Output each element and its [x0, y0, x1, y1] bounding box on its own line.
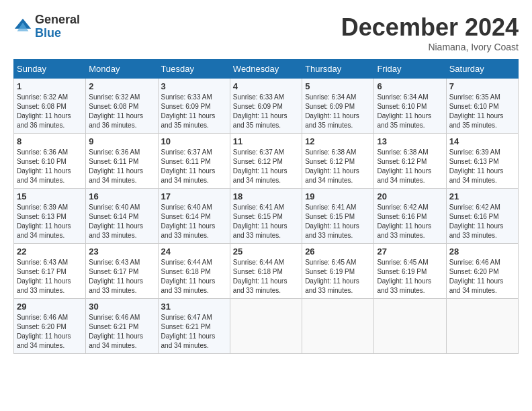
day-info: Sunrise: 6:36 AMSunset: 6:10 PMDaylight:…: [17, 148, 83, 185]
day-info: Sunrise: 6:38 AMSunset: 6:12 PMDaylight:…: [377, 148, 443, 185]
day-number: 3: [161, 81, 227, 91]
page-header: General Blue December 2024 Niamana, Ivor…: [13, 13, 519, 52]
day-number: 17: [161, 191, 227, 201]
day-number: 15: [17, 191, 83, 201]
calendar-week-row: 15Sunrise: 6:39 AMSunset: 6:13 PMDayligh…: [14, 189, 519, 244]
day-number: 1: [17, 81, 83, 91]
calendar-cell: 30Sunrise: 6:46 AMSunset: 6:21 PMDayligh…: [86, 299, 158, 354]
calendar-cell: 20Sunrise: 6:42 AMSunset: 6:16 PMDayligh…: [374, 189, 446, 244]
calendar-cell: 24Sunrise: 6:44 AMSunset: 6:18 PMDayligh…: [158, 244, 230, 299]
day-info: Sunrise: 6:45 AMSunset: 6:19 PMDaylight:…: [377, 258, 443, 295]
calendar-cell: 25Sunrise: 6:44 AMSunset: 6:18 PMDayligh…: [230, 244, 302, 299]
day-info: Sunrise: 6:43 AMSunset: 6:17 PMDaylight:…: [89, 258, 154, 295]
location: Niamana, Ivory Coast: [341, 42, 519, 52]
calendar-cell: 2Sunrise: 6:32 AMSunset: 6:08 PMDaylight…: [86, 79, 158, 134]
calendar-cell: 17Sunrise: 6:40 AMSunset: 6:14 PMDayligh…: [158, 189, 230, 244]
calendar-cell: 1Sunrise: 6:32 AMSunset: 6:08 PMDaylight…: [14, 79, 86, 134]
day-number: 7: [449, 81, 515, 91]
calendar-cell: 4Sunrise: 6:33 AMSunset: 6:09 PMDaylight…: [230, 79, 302, 134]
day-number: 2: [89, 81, 154, 91]
day-info: Sunrise: 6:41 AMSunset: 6:15 PMDaylight:…: [305, 203, 371, 240]
calendar-cell: 9Sunrise: 6:36 AMSunset: 6:11 PMDaylight…: [86, 134, 158, 189]
calendar-cell: 31Sunrise: 6:47 AMSunset: 6:21 PMDayligh…: [158, 299, 230, 354]
day-number: 12: [305, 136, 371, 146]
day-info: Sunrise: 6:33 AMSunset: 6:09 PMDaylight:…: [161, 93, 227, 130]
day-number: 23: [89, 246, 154, 257]
calendar-day-header: Monday: [86, 60, 158, 79]
calendar-cell: [302, 299, 374, 354]
day-number: 5: [305, 81, 371, 91]
day-info: Sunrise: 6:39 AMSunset: 6:13 PMDaylight:…: [449, 148, 515, 185]
day-info: Sunrise: 6:46 AMSunset: 6:20 PMDaylight:…: [449, 258, 515, 295]
logo-blue-text: Blue: [35, 27, 80, 40]
day-info: Sunrise: 6:43 AMSunset: 6:17 PMDaylight:…: [17, 258, 83, 295]
day-number: 22: [17, 246, 83, 257]
calendar-table: SundayMondayTuesdayWednesdayThursdayFrid…: [13, 59, 519, 354]
calendar-day-header: Saturday: [446, 60, 518, 79]
calendar-cell: 10Sunrise: 6:37 AMSunset: 6:11 PMDayligh…: [158, 134, 230, 189]
calendar-week-row: 22Sunrise: 6:43 AMSunset: 6:17 PMDayligh…: [14, 244, 519, 299]
day-info: Sunrise: 6:34 AMSunset: 6:09 PMDaylight:…: [305, 93, 371, 130]
calendar-cell: 21Sunrise: 6:42 AMSunset: 6:16 PMDayligh…: [446, 189, 518, 244]
day-number: 30: [89, 302, 154, 312]
day-info: Sunrise: 6:42 AMSunset: 6:16 PMDaylight:…: [449, 203, 515, 240]
day-number: 20: [377, 191, 443, 201]
calendar-cell: 8Sunrise: 6:36 AMSunset: 6:10 PMDaylight…: [14, 134, 86, 189]
logo-icon: [13, 17, 32, 36]
calendar-cell: 18Sunrise: 6:41 AMSunset: 6:15 PMDayligh…: [230, 189, 302, 244]
day-number: 26: [305, 246, 371, 257]
calendar-day-header: Friday: [374, 60, 446, 79]
day-number: 10: [161, 136, 227, 146]
calendar-cell: [446, 299, 518, 354]
day-info: Sunrise: 6:32 AMSunset: 6:08 PMDaylight:…: [17, 93, 83, 130]
day-number: 24: [161, 246, 227, 257]
day-number: 19: [305, 191, 371, 201]
day-number: 9: [89, 136, 154, 146]
calendar-cell: 28Sunrise: 6:46 AMSunset: 6:20 PMDayligh…: [446, 244, 518, 299]
calendar-cell: 12Sunrise: 6:38 AMSunset: 6:12 PMDayligh…: [302, 134, 374, 189]
day-number: 29: [17, 302, 83, 312]
calendar-cell: 23Sunrise: 6:43 AMSunset: 6:17 PMDayligh…: [86, 244, 158, 299]
day-number: 31: [161, 302, 227, 312]
day-number: 16: [89, 191, 154, 201]
calendar-cell: 14Sunrise: 6:39 AMSunset: 6:13 PMDayligh…: [446, 134, 518, 189]
day-info: Sunrise: 6:35 AMSunset: 6:10 PMDaylight:…: [449, 93, 515, 130]
day-info: Sunrise: 6:36 AMSunset: 6:11 PMDaylight:…: [89, 148, 154, 185]
calendar-week-row: 1Sunrise: 6:32 AMSunset: 6:08 PMDaylight…: [14, 79, 519, 134]
calendar-cell: 22Sunrise: 6:43 AMSunset: 6:17 PMDayligh…: [14, 244, 86, 299]
day-info: Sunrise: 6:40 AMSunset: 6:14 PMDaylight:…: [89, 203, 154, 240]
day-info: Sunrise: 6:41 AMSunset: 6:15 PMDaylight:…: [233, 203, 299, 240]
day-number: 14: [449, 136, 515, 146]
day-info: Sunrise: 6:39 AMSunset: 6:13 PMDaylight:…: [17, 203, 83, 240]
day-number: 11: [233, 136, 299, 146]
day-info: Sunrise: 6:45 AMSunset: 6:19 PMDaylight:…: [305, 258, 371, 295]
day-number: 8: [17, 136, 83, 146]
day-info: Sunrise: 6:40 AMSunset: 6:14 PMDaylight:…: [161, 203, 227, 240]
calendar-cell: 3Sunrise: 6:33 AMSunset: 6:09 PMDaylight…: [158, 79, 230, 134]
calendar-cell: 13Sunrise: 6:38 AMSunset: 6:12 PMDayligh…: [374, 134, 446, 189]
calendar-day-header: Thursday: [302, 60, 374, 79]
day-info: Sunrise: 6:42 AMSunset: 6:16 PMDaylight:…: [377, 203, 443, 240]
day-number: 25: [233, 246, 299, 257]
calendar-cell: 19Sunrise: 6:41 AMSunset: 6:15 PMDayligh…: [302, 189, 374, 244]
calendar-cell: 27Sunrise: 6:45 AMSunset: 6:19 PMDayligh…: [374, 244, 446, 299]
day-info: Sunrise: 6:38 AMSunset: 6:12 PMDaylight:…: [305, 148, 371, 185]
day-info: Sunrise: 6:37 AMSunset: 6:12 PMDaylight:…: [233, 148, 299, 185]
calendar-cell: 7Sunrise: 6:35 AMSunset: 6:10 PMDaylight…: [446, 79, 518, 134]
day-number: 18: [233, 191, 299, 201]
day-info: Sunrise: 6:37 AMSunset: 6:11 PMDaylight:…: [161, 148, 227, 185]
calendar-header-row: SundayMondayTuesdayWednesdayThursdayFrid…: [14, 60, 519, 79]
calendar-cell: 6Sunrise: 6:34 AMSunset: 6:10 PMDaylight…: [374, 79, 446, 134]
calendar-cell: 15Sunrise: 6:39 AMSunset: 6:13 PMDayligh…: [14, 189, 86, 244]
day-info: Sunrise: 6:47 AMSunset: 6:21 PMDaylight:…: [161, 313, 227, 351]
calendar-cell: [230, 299, 302, 354]
logo: General Blue: [13, 13, 80, 40]
day-number: 6: [377, 81, 443, 91]
calendar-cell: 5Sunrise: 6:34 AMSunset: 6:09 PMDaylight…: [302, 79, 374, 134]
calendar-day-header: Wednesday: [230, 60, 302, 79]
day-info: Sunrise: 6:46 AMSunset: 6:21 PMDaylight:…: [89, 313, 154, 351]
calendar-cell: 16Sunrise: 6:40 AMSunset: 6:14 PMDayligh…: [86, 189, 158, 244]
day-number: 4: [233, 81, 299, 91]
logo-general-text: General: [35, 13, 80, 27]
day-info: Sunrise: 6:44 AMSunset: 6:18 PMDaylight:…: [161, 258, 227, 295]
